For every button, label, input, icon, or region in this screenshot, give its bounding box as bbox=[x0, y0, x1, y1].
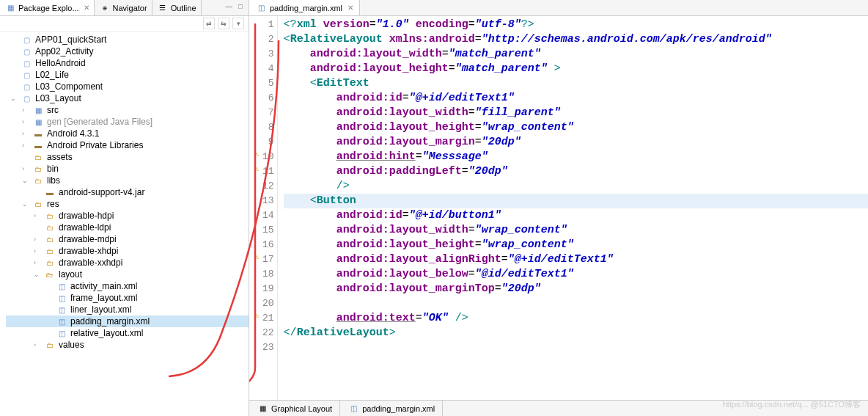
tree-item[interactable]: ›▬Android Private Libraries bbox=[6, 139, 249, 151]
code-line[interactable]: android:id="@+id/button1" bbox=[284, 208, 868, 223]
expand-arrow[interactable]: › bbox=[34, 247, 41, 255]
code-line[interactable]: android:id="@+id/editText1" bbox=[284, 91, 868, 106]
editor-tabs: ◫ padding_margin.xml ✕ bbox=[249, 0, 868, 16]
code-editor[interactable]: ⚠⚠⚠⚠ 12345678910111213141516171819202122… bbox=[249, 16, 868, 400]
proj-icon: ▢ bbox=[21, 34, 32, 45]
code-line[interactable] bbox=[284, 340, 868, 355]
tab-outline[interactable]: ☰ Outline bbox=[152, 0, 202, 15]
expand-arrow[interactable]: › bbox=[22, 106, 29, 114]
view-menu-button[interactable]: ▾ bbox=[232, 18, 244, 29]
tree-item[interactable]: ›🗀drawable-hdpi bbox=[6, 210, 249, 222]
expand-arrow[interactable]: ⌄ bbox=[34, 271, 41, 278]
expand-arrow[interactable]: ⌄ bbox=[10, 95, 18, 102]
tree-item[interactable]: ▢HelloAndroid bbox=[6, 57, 249, 69]
code-line[interactable]: android:paddingLeft="20dp" bbox=[284, 164, 868, 179]
tree-item-label: HelloAndroid bbox=[35, 58, 86, 68]
xml-file-icon: ◫ bbox=[255, 3, 267, 13]
code-line[interactable]: </RelativeLayout> bbox=[284, 326, 868, 340]
expand-arrow[interactable]: › bbox=[22, 118, 29, 125]
tree-item[interactable]: ▢L02_Life bbox=[6, 69, 249, 81]
expand-arrow[interactable]: › bbox=[22, 130, 29, 137]
code-line[interactable]: /> bbox=[284, 179, 868, 194]
minimize-button[interactable]: — bbox=[224, 1, 234, 12]
expand-arrow[interactable]: › bbox=[22, 165, 29, 172]
layout-icon: ▦ bbox=[257, 404, 268, 414]
tree-item-label: drawable-hdpi bbox=[59, 211, 114, 221]
tree-item[interactable]: ▬android-support-v4.jar bbox=[6, 186, 249, 198]
tree-item[interactable]: ◫relative_layout.xml bbox=[6, 327, 249, 339]
folder-icon: 🗀 bbox=[32, 175, 44, 186]
proj-icon: ▢ bbox=[21, 46, 32, 56]
expand-arrow[interactable]: › bbox=[34, 236, 41, 243]
code-line[interactable]: android:layout_alignRight="@+id/editText… bbox=[284, 252, 868, 267]
collapse-all-button[interactable]: ⇄ bbox=[203, 18, 215, 29]
tree-item[interactable]: ◫frame_layout.xml bbox=[6, 292, 249, 304]
tab-graphical-layout[interactable]: ▦ Graphical Layout bbox=[249, 401, 340, 416]
tree-item[interactable]: ⌄🗀res bbox=[6, 198, 249, 210]
code-line[interactable]: <RelativeLayout xmlns:android="http://sc… bbox=[284, 32, 868, 47]
editor-tab-padding-margin[interactable]: ◫ padding_margin.xml ✕ bbox=[249, 0, 360, 15]
code-line[interactable]: android:layout_height="wrap_content" bbox=[284, 238, 868, 252]
tree-item[interactable]: ›▦src bbox=[6, 104, 249, 116]
tree-item[interactable]: ▢App02_Activity bbox=[6, 45, 249, 57]
tree-item-label: src bbox=[47, 105, 59, 115]
folder-open-icon: 🗁 bbox=[44, 269, 56, 280]
tab-navigator[interactable]: ⎈ Navigator bbox=[95, 0, 152, 15]
tree-item[interactable]: ⌄🗁layout bbox=[6, 269, 249, 280]
expand-arrow[interactable]: › bbox=[34, 212, 41, 219]
close-icon[interactable]: ✕ bbox=[347, 4, 353, 12]
tree-item-label: relative_layout.xml bbox=[70, 328, 143, 338]
tree-item[interactable]: ⌄▢L03_Layout bbox=[6, 92, 249, 104]
code-line[interactable]: <EditText bbox=[284, 76, 868, 91]
code-line[interactable]: android:hint="Messsage" bbox=[284, 150, 868, 164]
code-line[interactable]: <Button bbox=[284, 194, 868, 208]
tree-item[interactable]: ›▬Android 4.3.1 bbox=[6, 128, 249, 139]
folder-icon: 🗀 bbox=[44, 246, 56, 256]
tree-item[interactable]: ▢L03_Compoment bbox=[6, 81, 249, 92]
tree-item[interactable]: ›🗀drawable-xhdpi bbox=[6, 245, 249, 257]
xml-file-icon: ◫ bbox=[56, 293, 67, 303]
tree-item-label: padding_margin.xml bbox=[70, 316, 150, 326]
tree-item[interactable]: ▢APP01_quickStart bbox=[6, 34, 249, 45]
expand-arrow[interactable]: › bbox=[34, 259, 41, 266]
expand-arrow[interactable]: ⌄ bbox=[22, 177, 29, 184]
maximize-button[interactable]: □ bbox=[235, 1, 246, 12]
tree-item[interactable]: 🗀drawable-ldpi bbox=[6, 222, 249, 233]
code-line[interactable]: android:layout_width="wrap_content" bbox=[284, 223, 868, 238]
tree-item[interactable]: ◫activity_main.xml bbox=[6, 280, 249, 292]
code-line[interactable]: android:layout_width="match_parent" bbox=[284, 47, 868, 62]
code-line[interactable]: android:layout_width="fill_parent" bbox=[284, 106, 868, 120]
tree-item-label: libs bbox=[47, 175, 60, 186]
package-icon: ▦ bbox=[32, 105, 44, 115]
tree-item[interactable]: ⌄🗀libs bbox=[6, 175, 249, 186]
code-line[interactable] bbox=[284, 296, 868, 311]
tab-package-explorer[interactable]: ▦ Package Explo... ✕ bbox=[0, 0, 95, 15]
code-line[interactable]: <?xml version="1.0" encoding="utf-8"?> bbox=[284, 18, 868, 32]
jar-icon: ▬ bbox=[32, 128, 44, 139]
tree-item-label: L03_Layout bbox=[35, 93, 81, 103]
sidebar-view-tabs: ▦ Package Explo... ✕ ⎈ Navigator ☰ Outli… bbox=[0, 0, 249, 16]
tree-item-label: android-support-v4.jar bbox=[59, 187, 144, 197]
expand-arrow[interactable]: › bbox=[34, 341, 41, 349]
tree-item[interactable]: ›🗀bin bbox=[6, 163, 249, 175]
code-line[interactable]: android:layout_height="match_parent" > bbox=[284, 62, 868, 76]
tree-item[interactable]: ◫padding_margin.xml bbox=[6, 315, 249, 327]
code-line[interactable]: android:text="OK" /> bbox=[284, 311, 868, 326]
tree-item[interactable]: ›🗀drawable-mdpi bbox=[6, 233, 249, 245]
tree-item[interactable]: ›▦gen [Generated Java Files] bbox=[6, 116, 249, 128]
tab-source[interactable]: ◫ padding_margin.xml bbox=[340, 401, 443, 416]
tree-item[interactable]: 🗀assets bbox=[6, 151, 249, 163]
close-icon[interactable]: ✕ bbox=[84, 4, 89, 12]
tree-item[interactable]: ›🗀values bbox=[6, 339, 249, 351]
tree-item[interactable]: ◫liner_layout.xml bbox=[6, 304, 249, 315]
code-line[interactable]: android:layout_below="@id/editText1" bbox=[284, 267, 868, 282]
link-with-editor-button[interactable]: ⇆ bbox=[218, 18, 229, 29]
code-line[interactable]: android:layout_margin="20dp" bbox=[284, 135, 868, 150]
expand-arrow[interactable]: › bbox=[22, 142, 29, 149]
tree-item-label: L03_Compoment bbox=[35, 81, 103, 92]
code-line[interactable]: android:layout_marginTop="20dp" bbox=[284, 282, 868, 296]
tree-item[interactable]: ›🗀drawable-xxhdpi bbox=[6, 257, 249, 269]
code-line[interactable]: android:layout_height="wrap_content" bbox=[284, 120, 868, 135]
project-tree[interactable]: ▢APP01_quickStart▢App02_Activity▢HelloAn… bbox=[0, 32, 249, 416]
expand-arrow[interactable]: ⌄ bbox=[22, 200, 29, 208]
